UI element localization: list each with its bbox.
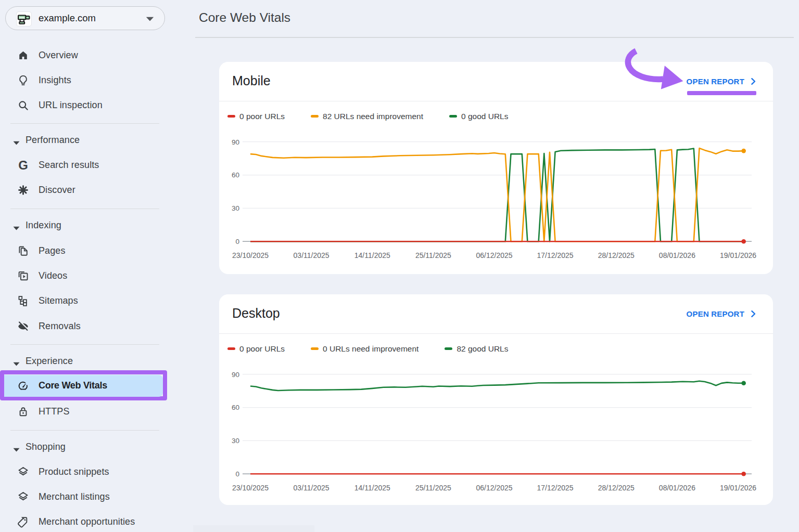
svg-text:0: 0 bbox=[235, 470, 239, 478]
svg-text:G: G bbox=[18, 159, 28, 171]
svg-text:25/11/2025: 25/11/2025 bbox=[415, 251, 451, 259]
svg-text:28/12/2025: 28/12/2025 bbox=[598, 251, 635, 259]
svg-text:60: 60 bbox=[232, 171, 239, 179]
svg-text:28/12/2025: 28/12/2025 bbox=[598, 484, 635, 492]
svg-text:14/11/2025: 14/11/2025 bbox=[354, 484, 390, 492]
svg-text:90: 90 bbox=[232, 138, 239, 146]
svg-text:19/01/2026: 19/01/2026 bbox=[720, 484, 756, 492]
svg-text:14/11/2025: 14/11/2025 bbox=[354, 251, 390, 259]
svg-text:19/01/2026: 19/01/2026 bbox=[720, 251, 756, 259]
svg-text:03/11/2025: 03/11/2025 bbox=[294, 251, 329, 259]
svg-text:60: 60 bbox=[232, 404, 239, 411]
svg-text:30: 30 bbox=[232, 204, 239, 212]
svg-text:25/11/2025: 25/11/2025 bbox=[415, 484, 451, 492]
svg-text:23/10/2025: 23/10/2025 bbox=[232, 484, 269, 492]
svg-text:06/12/2025: 06/12/2025 bbox=[476, 484, 512, 492]
svg-text:08/01/2026: 08/01/2026 bbox=[659, 484, 695, 492]
svg-text:30: 30 bbox=[232, 437, 239, 445]
svg-text:90: 90 bbox=[232, 371, 239, 379]
svg-text:03/11/2025: 03/11/2025 bbox=[294, 484, 329, 492]
svg-text:23/10/2025: 23/10/2025 bbox=[232, 251, 269, 259]
svg-text:17/12/2025: 17/12/2025 bbox=[537, 251, 574, 259]
svg-text:08/01/2026: 08/01/2026 bbox=[659, 251, 695, 259]
svg-text:0: 0 bbox=[235, 238, 239, 245]
svg-text:06/12/2025: 06/12/2025 bbox=[476, 251, 512, 259]
svg-text:17/12/2025: 17/12/2025 bbox=[537, 484, 574, 492]
